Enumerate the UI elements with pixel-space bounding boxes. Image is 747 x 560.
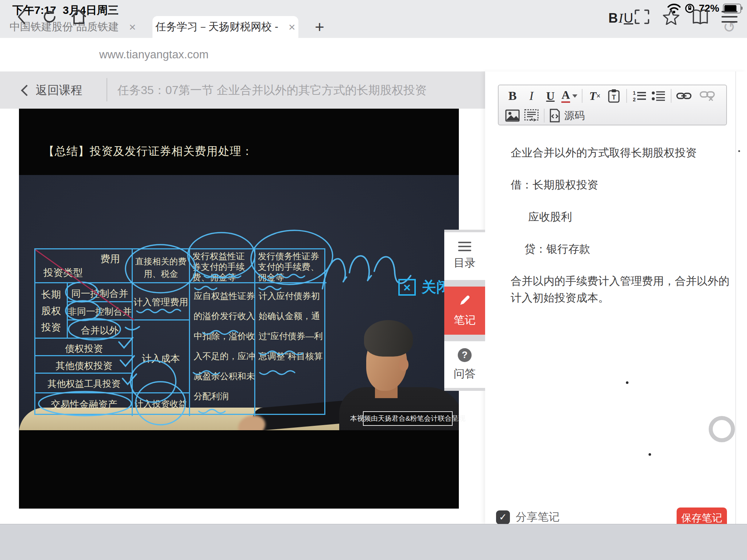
table-corner-top: 费用: [90, 252, 130, 265]
header-divider: [107, 78, 107, 101]
sidebar-qa-button[interactable]: ? 问答: [444, 341, 485, 388]
note-paragraph: 应收股利: [511, 209, 734, 225]
paste-text-button[interactable]: T: [606, 88, 622, 104]
note-paragraph: 借：长期股权投资: [511, 176, 734, 193]
table-col3-body: 应自权益性证券的溢价发行收入中扣除，溢价收入不足的，应冲减盈余公积和未分配利润: [194, 286, 255, 406]
instructor-ear: [399, 358, 409, 371]
table-sub-row: 合并以外: [68, 324, 132, 337]
board-title: 【总结】投资及发行证券相关费用处理：: [43, 144, 253, 159]
share-note-checkbox-row[interactable]: ✓ 分享笔记: [496, 510, 560, 525]
note-panel: B I U A T× T 12 源码 企业合并以外: [485, 71, 747, 524]
panel-right-border: [735, 71, 736, 524]
ink-dot: [626, 381, 628, 384]
home-icon[interactable]: [69, 7, 89, 27]
tab-title: 任务学习－天扬财税网校 -: [155, 20, 278, 34]
tab-close-icon[interactable]: ×: [129, 21, 136, 33]
biu-format-button[interactable]: BIU: [608, 0, 633, 36]
italic-button[interactable]: I: [523, 88, 539, 104]
table-col2-header: 直接相关的费用、税金: [134, 255, 188, 280]
table-sub-row: 同一控制合并: [68, 287, 132, 300]
notes-label: 笔记: [454, 313, 476, 328]
back-label: 返回课程: [36, 82, 82, 98]
source-label: 源码: [564, 109, 585, 122]
reload-icon[interactable]: [39, 7, 60, 27]
tab-close-icon[interactable]: ×: [289, 21, 295, 33]
url-field[interactable]: www.tianyangtax.com: [99, 48, 209, 61]
note-paragraph: 企业合并以外的方式取得长期股权投资: [511, 144, 734, 161]
unlink-button[interactable]: [699, 88, 715, 104]
text-color-button[interactable]: A: [561, 88, 577, 104]
table-corner-bottom: 投资类型: [38, 266, 89, 279]
ink-dot: [649, 453, 651, 456]
qa-label: 问答: [454, 366, 476, 381]
table-col2-cell: 计入投资收益: [132, 398, 189, 410]
ordered-list-button[interactable]: 12: [631, 88, 647, 104]
back-icon[interactable]: [11, 7, 31, 27]
ink-dot: [738, 150, 740, 152]
table-row-label: 其他债权投资: [35, 359, 133, 372]
video-watermark: 本视频由天扬君合&粉笔会计联合呈现: [363, 411, 453, 426]
insert-image-button[interactable]: [504, 108, 520, 124]
note-editor-content[interactable]: 企业合并以外的方式取得长期股权投资 借：长期股权投资 应收股利 贷：银行存款 合…: [511, 144, 734, 322]
bold-button[interactable]: B: [504, 88, 520, 104]
svg-text:1: 1: [633, 90, 636, 96]
note-paragraph: 贷：银行存款: [511, 241, 734, 257]
reading-list-book-icon[interactable]: [690, 7, 711, 27]
bookmark-star-icon[interactable]: [661, 7, 681, 27]
close-x-icon: ×: [398, 279, 416, 296]
source-button[interactable]: 源码: [549, 108, 585, 124]
sidebar-notes-button[interactable]: 笔记: [444, 287, 485, 335]
chevron-down-icon: [572, 94, 577, 98]
svg-text:2: 2: [633, 97, 636, 102]
note-paragraph: 合并以内的手续费计入管理费用，合并以外的计入初始投资成本。: [511, 273, 734, 306]
table-row-label: 其他权益工具投资: [35, 378, 133, 390]
editor-toolbar: B I U A T× T 12 源码: [498, 85, 727, 125]
table-col2-cell: 计入成本: [132, 352, 189, 365]
bullet-list-button[interactable]: [650, 88, 666, 104]
table-col3-header: 发行权益性证券支付的手续费、佣金等: [192, 251, 253, 283]
drag-handle-ring[interactable]: [709, 416, 735, 442]
pencil-icon: [458, 294, 471, 308]
share-note-label: 分享笔记: [516, 510, 560, 525]
link-button[interactable]: [676, 88, 692, 104]
code-block-button[interactable]: [523, 108, 539, 124]
checkbox-checked-icon[interactable]: ✓: [496, 510, 510, 524]
table-col2-cell: 计入管理费用: [132, 296, 189, 308]
back-to-course-button[interactable]: 返回课程: [23, 82, 82, 98]
table-sub-row: 非同一控制合并: [68, 306, 132, 318]
sidebar-toc-button[interactable]: 目录: [444, 232, 485, 280]
video-player[interactable]: 【总结】投资及发行证券相关费用处理： 费用 投资类型 直接相关的费用、税金 发行…: [19, 109, 459, 509]
tab-active[interactable]: 任务学习－天扬财税网校 - ×: [152, 16, 298, 38]
new-tab-button[interactable]: +: [309, 16, 330, 38]
task-title: 任务35：07第一节 企业合并以外的其它方式的长期股权投资: [117, 82, 427, 98]
table-row-label: 交易性金融资产: [35, 398, 133, 411]
keyboard-accessory-bar: [0, 524, 747, 560]
table-col4-header: 发行债务性证券支付的手续费、佣金等: [258, 251, 324, 283]
board-table: 费用 投资类型 直接相关的费用、税金 发行权益性证券支付的手续费、佣金等 发行债…: [34, 248, 325, 415]
table-row-label: 债权投资: [35, 342, 133, 355]
chevron-left-icon: [21, 85, 32, 96]
remove-format-button[interactable]: T×: [587, 88, 603, 104]
table-col4-body: 计入应付债券初始确认金额，通过“应付债券—利息调整”科目核算: [259, 286, 324, 366]
close-overlay-button[interactable]: × 关闭: [398, 277, 451, 297]
toc-label: 目录: [454, 256, 476, 271]
table-group-label: 长期股权投资: [40, 287, 62, 336]
question-icon: ?: [458, 348, 472, 362]
svg-text:T: T: [612, 94, 616, 101]
menu-icon[interactable]: [719, 7, 740, 27]
resize-tab-icon[interactable]: [632, 7, 652, 27]
screen: 下午7:17 3月4日周三 72% 中国铁建股份“品质铁建 × 任务学习－天扬财…: [0, 0, 747, 560]
instructor-hair: [364, 320, 413, 357]
underline-button[interactable]: U: [542, 88, 558, 104]
toc-list-icon: [458, 242, 471, 251]
